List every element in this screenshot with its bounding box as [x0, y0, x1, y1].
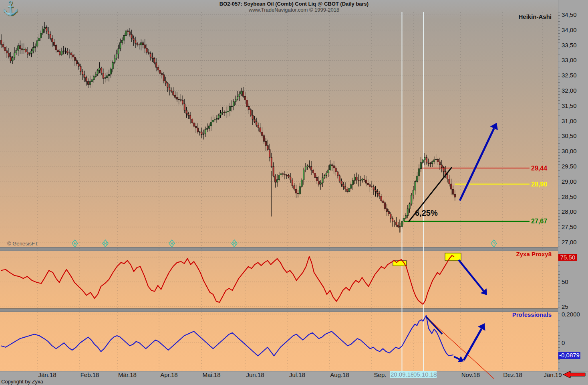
panel2-top-tick: 0,2000 [562, 311, 580, 318]
x-axis-month-label: Mär.18 [118, 371, 137, 378]
svg-text:R: R [233, 241, 236, 246]
x-axis-month-label: Jul.18 [289, 371, 305, 378]
registration-diamond-icons: RRRR? [72, 240, 497, 247]
price-level-label-2944[interactable]: 29,44 [531, 165, 547, 172]
x-axis-month-label: Jän.18 [38, 371, 56, 378]
price-axis-tick: 27,50 [562, 223, 577, 230]
selected-date-1[interactable]: 20.09.18 [390, 371, 413, 378]
retracement-percent-label[interactable]: 6,25% [415, 209, 438, 218]
proxy8-line [1, 253, 461, 304]
copyright-text: Copyright by Zyxa [1, 379, 43, 385]
x-axis-month-label: Mai.18 [202, 371, 220, 378]
selected-date-2[interactable]: 05.10.18 [413, 371, 437, 378]
panel2-title: Professionals [512, 311, 552, 318]
svg-text:R: R [104, 241, 107, 246]
professionals-line [1, 316, 494, 379]
price-level-label-2767[interactable]: 27,67 [531, 218, 547, 225]
x-axis-month-label: Feb.18 [81, 371, 99, 378]
panel1-value-box: 75,50 [558, 254, 577, 261]
x-axis-month-label: Nov.18 [461, 371, 480, 378]
red-left-arrow-icon[interactable] [563, 371, 585, 378]
svg-text:R: R [170, 241, 173, 246]
price-axis-tick: 29,00 [562, 178, 577, 185]
chart-title: BO2-057: Soybean Oil (Comb) Cont Liq @ C… [0, 1, 588, 7]
x-axis-month-label: Dez.18 [503, 371, 522, 378]
price-axis-tick: 32,00 [562, 87, 577, 94]
price-axis-tick: 32,50 [562, 72, 577, 79]
svg-text:?: ? [493, 241, 495, 246]
highlight-box[interactable] [445, 253, 461, 261]
panel1-axis-tick: 25 [562, 303, 568, 310]
bar-style-label: Heikin-Ashi [518, 13, 552, 20]
trade-navigator-window: { "header": { "title": "BO2-057: Soybean… [0, 0, 588, 385]
price-axis-tick: 33,00 [562, 57, 577, 63]
price-axis-tick: 27,00 [562, 239, 577, 245]
panel2-value-box: -0,0879 [558, 352, 580, 359]
price-axis-tick: 31,50 [562, 102, 577, 109]
panel1-title: Zyxa Proxy8 [516, 251, 552, 257]
x-axis-month-label: Sep. [374, 371, 387, 378]
chart-subtitle: www.TradeNavigator.com © 1999-2018 [0, 7, 588, 13]
panel2-zero-tick: 0 [562, 339, 565, 346]
panel1-axis-tick: 50 [562, 278, 568, 285]
price-axis-tick: 34,50 [562, 11, 577, 18]
x-axis-month-label: Apr.18 [160, 371, 177, 378]
price-axis-tick: 31,00 [562, 118, 577, 124]
gridlines [0, 12, 558, 371]
price-axis-tick: 33,50 [562, 42, 577, 49]
price-axis-tick: 30,00 [562, 148, 577, 154]
chart-canvas[interactable]: RRRR? [0, 0, 588, 385]
x-axis-month-label: Jun.18 [246, 371, 264, 378]
price-axis-tick: 34,00 [562, 26, 577, 33]
x-axis-month-label: Aug.18 [330, 371, 349, 378]
candlestick-series [0, 22, 455, 233]
genesis-watermark: © GenesisFT [7, 241, 38, 247]
price-axis-tick: 30,50 [562, 132, 577, 139]
price-axis-tick: 28,50 [562, 193, 577, 200]
price-axis-tick: 29,50 [562, 163, 577, 170]
svg-text:R: R [73, 241, 76, 246]
x-axis-month-label: Jän.19 [544, 371, 562, 378]
price-axis-tick: 28,00 [562, 208, 577, 215]
price-level-label-2890[interactable]: 28,90 [531, 181, 547, 188]
